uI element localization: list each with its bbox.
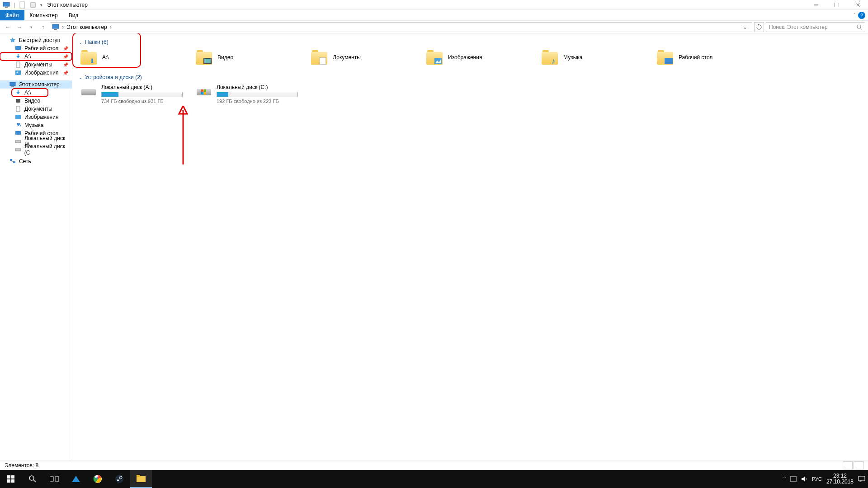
tray-overflow-icon[interactable]: ˆ — [784, 476, 786, 483]
sidebar-this-pc[interactable]: Этот компьютер — [0, 80, 72, 89]
view-icons-button[interactable] — [854, 461, 863, 469]
documents-icon — [14, 61, 22, 68]
folder-label: Документы — [333, 54, 361, 61]
pin-icon: 📌 — [63, 46, 68, 51]
sidebar-network[interactable]: Сеть — [0, 157, 72, 165]
sidebar-quick-access[interactable]: Быстрый доступ — [0, 36, 72, 44]
svg-rect-29 — [320, 57, 326, 65]
annotation-arrow — [176, 106, 190, 169]
sidebar-music[interactable]: Музыка — [0, 121, 72, 129]
folder-music[interactable]: ♪ Музыка — [540, 47, 655, 68]
ribbon-tab-view[interactable]: Вид — [63, 10, 84, 20]
nav-back-button[interactable]: ← — [3, 22, 13, 32]
sidebar-a-drive-pc[interactable]: A:\ — [12, 89, 48, 97]
sidebar-pictures-pc[interactable]: Изображения — [0, 113, 72, 121]
dropdown-caret-icon[interactable]: ▾ — [40, 3, 42, 7]
sidebar-videos[interactable]: Видео — [0, 97, 72, 105]
tray-network-icon[interactable] — [790, 476, 797, 482]
search-button[interactable] — [22, 470, 43, 488]
sidebar-desktop[interactable]: Рабочий стол 📌 — [0, 44, 72, 52]
sidebar-label: A:\ — [24, 89, 31, 96]
svg-rect-42 — [11, 479, 14, 483]
start-button[interactable] — [0, 470, 22, 488]
group-header-drives[interactable]: ⌄ Устройства и диски (2) — [79, 72, 862, 82]
svg-rect-0 — [3, 2, 9, 6]
group-header-folders[interactable]: ⌄ Папки (6) — [79, 37, 862, 47]
svg-rect-32 — [665, 58, 673, 64]
quick-access-dropdown-icon[interactable] — [29, 1, 37, 9]
svg-line-44 — [33, 480, 36, 482]
svg-point-15 — [17, 72, 18, 73]
taskbar-app-1[interactable] — [65, 470, 87, 488]
nav-up-button[interactable]: ↑ — [38, 22, 48, 32]
folder-documents[interactable]: Документы — [309, 47, 425, 68]
sidebar-pictures[interactable]: Изображения 📌 — [0, 69, 72, 77]
sidebar-documents-pc[interactable]: Документы — [0, 105, 72, 113]
sidebar-local-disk-c[interactable]: Локальный диск (C — [0, 145, 72, 154]
sidebar-a-drive[interactable]: A:\ 📌 — [0, 52, 72, 61]
svg-rect-9 — [54, 29, 57, 30]
tray-clock[interactable]: 23:12 27.10.2018 — [826, 473, 854, 485]
sidebar-label: Видео — [24, 98, 40, 104]
svg-point-43 — [29, 476, 34, 480]
folder-a-drive[interactable]: ⬇ A:\ — [79, 47, 194, 68]
breadcrumb-computer-icon — [52, 23, 59, 31]
svg-rect-53 — [137, 476, 146, 482]
ribbon-tab-computer[interactable]: Компьютер — [24, 10, 63, 20]
drive-icon — [196, 84, 212, 100]
group-header-label: Устройства и диски (2) — [85, 74, 142, 80]
taskbar-explorer[interactable] — [130, 470, 152, 488]
breadcrumb-dropdown-icon[interactable]: ⌄ — [740, 24, 750, 30]
drive-icon — [14, 138, 22, 145]
nav-forward-button[interactable]: → — [14, 22, 24, 32]
breadcrumb[interactable]: › Этот компьютер › ⌄ — [50, 22, 752, 32]
help-icon[interactable]: ? — [858, 12, 865, 19]
close-button[interactable] — [847, 0, 868, 10]
drive-icon — [80, 84, 97, 100]
sidebar-label: Музыка — [24, 122, 43, 128]
ribbon-collapse-icon[interactable]: ˇ — [854, 13, 855, 18]
folder-pictures[interactable]: Изображения — [425, 47, 540, 68]
status-item-count: Элементов: 8 — [5, 462, 38, 469]
pin-icon: 📌 — [63, 70, 68, 75]
maximize-button[interactable] — [826, 0, 847, 10]
svg-rect-8 — [52, 24, 59, 28]
refresh-button[interactable] — [754, 22, 764, 32]
drive-label: Локальный диск (A:) — [101, 84, 192, 90]
tray-volume-icon[interactable] — [801, 476, 807, 482]
ribbon: Файл Компьютер Вид ˇ ? — [0, 10, 868, 21]
folder-desktop[interactable]: Рабочий стол — [655, 47, 770, 68]
task-view-button[interactable] — [43, 470, 65, 488]
nav-history-dropdown[interactable]: ▾ — [26, 22, 36, 32]
folder-label: Рабочий стол — [679, 54, 712, 61]
ribbon-tab-file[interactable]: Файл — [0, 10, 24, 20]
documents-icon — [14, 105, 22, 113]
drive-c[interactable]: Локальный диск (C:) 192 ГБ свободно из 2… — [194, 82, 309, 106]
folder-videos[interactable]: Видео — [194, 47, 309, 68]
drive-label: Локальный диск (C:) — [217, 84, 307, 90]
breadcrumb-sep-icon[interactable]: › — [110, 24, 112, 30]
drive-a[interactable]: Локальный диск (A:) 734 ГБ свободно из 9… — [79, 82, 194, 106]
svg-rect-35 — [201, 92, 203, 94]
pin-icon: 📌 — [63, 62, 68, 67]
properties-icon[interactable] — [19, 1, 26, 9]
search-input[interactable]: Поиск: Этот компьютер — [766, 22, 865, 32]
svg-marker-58 — [860, 481, 862, 482]
breadcrumb-root[interactable]: Этот компьютер — [66, 24, 107, 30]
svg-rect-3 — [31, 3, 35, 7]
sidebar-documents[interactable]: Документы 📌 — [0, 61, 72, 69]
tray-notifications-icon[interactable] — [858, 476, 865, 482]
taskbar-steam[interactable] — [108, 470, 130, 488]
search-placeholder: Поиск: Этот компьютер — [769, 24, 857, 30]
svg-rect-24 — [10, 159, 12, 161]
minimize-button[interactable] — [806, 0, 826, 10]
view-details-button[interactable] — [843, 461, 853, 469]
group-header-label: Папки (6) — [85, 39, 108, 45]
taskbar-chrome[interactable] — [87, 470, 108, 488]
breadcrumb-sep-icon[interactable]: › — [62, 24, 64, 30]
tray-language[interactable]: РУС — [812, 476, 822, 482]
drive-capacity-bar — [101, 92, 183, 97]
title-separator: | — [14, 2, 15, 8]
svg-rect-54 — [137, 475, 140, 477]
music-icon — [14, 122, 22, 129]
